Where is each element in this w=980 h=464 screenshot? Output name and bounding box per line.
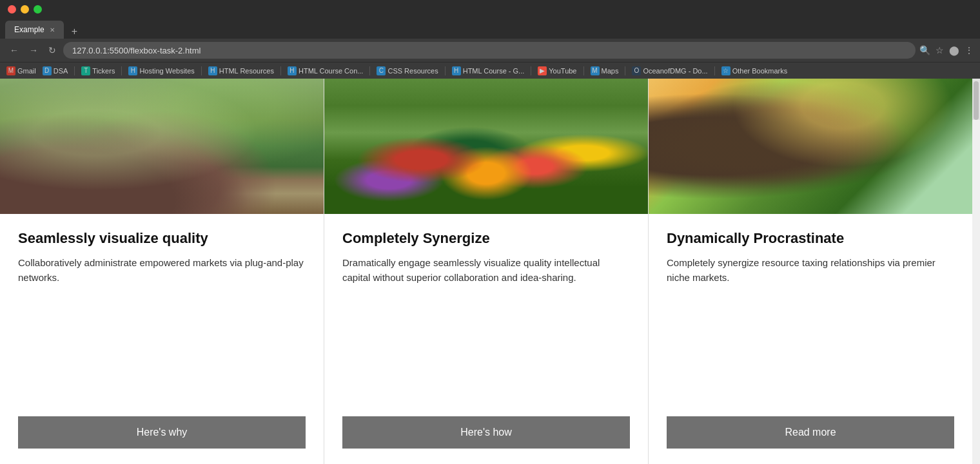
nav-bar: ← → ↻ 🔍 ☆ ⬤ ⋮	[0, 39, 980, 62]
other-favicon: ☆	[721, 66, 730, 75]
bookmark-dsa[interactable]: D DSA	[43, 66, 68, 75]
card-2-image	[324, 79, 648, 214]
card-1: Seamlessly visualize quality Collaborati…	[0, 79, 324, 464]
new-tab-button[interactable]: +	[68, 24, 81, 39]
star-icon[interactable]: ☆	[936, 45, 944, 55]
bookmark-youtube[interactable]: ▶ YouTube	[538, 66, 576, 75]
card-2-title: Completely Synergize	[342, 229, 630, 247]
card-1-image	[0, 79, 324, 214]
back-button[interactable]: ←	[6, 44, 22, 57]
profile-icon[interactable]: ⬤	[949, 45, 959, 55]
bookmark-other-label: Other Bookmarks	[732, 67, 788, 75]
bm-separator-5	[369, 66, 370, 75]
bm-separator-3	[201, 66, 202, 75]
bm-separator-6	[445, 66, 446, 75]
bookmark-html-course-label: HTML Course Con...	[299, 67, 363, 75]
browser-chrome: Example ✕ + ← → ↻ 🔍 ☆ ⬤ ⋮ M Gmail D DSA …	[0, 18, 980, 79]
menu-icon[interactable]: ⋮	[965, 45, 974, 55]
scrollbar-track[interactable]	[972, 79, 980, 120]
browser-content: Seamlessly visualize quality Collaborati…	[0, 79, 980, 464]
hosting-favicon: H	[128, 66, 137, 75]
ocean-favicon: O	[632, 66, 641, 75]
card-2-button[interactable]: Here's how	[342, 416, 630, 449]
bm-separator-2	[121, 66, 122, 75]
card-3-title: Dynamically Procrastinate	[667, 229, 954, 247]
address-bar[interactable]	[63, 42, 916, 59]
bookmarks-bar: M Gmail D DSA T Tickers H Hosting Websit…	[0, 62, 980, 79]
bookmark-hosting-label: Hosting Websites	[139, 67, 194, 75]
nav-icons: 🔍 ☆ ⬤ ⋮	[919, 45, 974, 55]
card-1-button[interactable]: Here's why	[18, 416, 306, 449]
search-icon[interactable]: 🔍	[919, 45, 930, 55]
cards-container: Seamlessly visualize quality Collaborati…	[0, 79, 972, 464]
close-button[interactable]	[8, 5, 16, 14]
refresh-button[interactable]: ↻	[45, 44, 59, 57]
bookmark-gmail[interactable]: M Gmail	[6, 66, 36, 75]
bm-separator-7	[531, 66, 531, 75]
bookmark-tickers[interactable]: T Tickers	[81, 66, 115, 75]
tab-bar: Example ✕ +	[0, 18, 980, 39]
bookmark-html-course-g-label: HTML Course - G...	[463, 67, 525, 75]
card-2: Completely Synergize Dramatically engage…	[324, 79, 649, 464]
bookmark-ocean-label: OceanofDMG - Do...	[643, 67, 707, 75]
bookmark-css-resources[interactable]: C CSS Resources	[377, 66, 438, 75]
bookmark-maps-label: Maps	[602, 67, 619, 75]
html-res-favicon: H	[208, 66, 217, 75]
tab-active[interactable]: Example ✕	[5, 21, 64, 39]
bm-separator-10	[714, 66, 715, 75]
card-3-text: Completely synergize resource taxing rel…	[667, 255, 954, 409]
bookmark-html-resources-label: HTML Resources	[219, 67, 274, 75]
page-content: Seamlessly visualize quality Collaborati…	[0, 79, 972, 464]
html-course-g-favicon: H	[452, 66, 461, 75]
maximize-button[interactable]	[34, 5, 42, 14]
css-res-favicon: C	[377, 66, 386, 75]
card-3-image	[649, 79, 972, 214]
card-1-text: Collaboratively administrate empowered m…	[18, 255, 306, 409]
bm-separator-1	[74, 66, 75, 75]
scrollbar-thumb[interactable]	[974, 81, 979, 120]
os-window-chrome	[0, 0, 980, 18]
bm-separator-8	[583, 66, 584, 75]
bookmark-html-course[interactable]: H HTML Course Con...	[288, 66, 363, 75]
card-3: Dynamically Procrastinate Completely syn…	[649, 79, 972, 464]
card-1-body: Seamlessly visualize quality Collaborati…	[0, 214, 324, 464]
bookmark-maps[interactable]: M Maps	[591, 66, 619, 75]
html-course-favicon: H	[288, 66, 297, 75]
tab-title: Example	[14, 25, 44, 34]
card-3-body: Dynamically Procrastinate Completely syn…	[649, 214, 972, 464]
bm-separator-9	[625, 66, 625, 75]
bookmark-dsa-label: DSA	[54, 67, 68, 75]
bookmark-html-course-g[interactable]: H HTML Course - G...	[452, 66, 525, 75]
gmail-favicon: M	[6, 66, 15, 75]
dsa-favicon: D	[43, 66, 52, 75]
bookmark-html-resources[interactable]: H HTML Resources	[208, 66, 274, 75]
minimize-button[interactable]	[21, 5, 29, 14]
bookmark-css-resources-label: CSS Resources	[387, 67, 438, 75]
bookmark-other[interactable]: ☆ Other Bookmarks	[721, 66, 788, 75]
bookmark-tickers-label: Tickers	[92, 67, 115, 75]
forward-button[interactable]: →	[26, 44, 41, 57]
maps-favicon: M	[591, 66, 600, 75]
tab-close-icon[interactable]: ✕	[50, 26, 55, 34]
card-2-body: Completely Synergize Dramatically engage…	[324, 214, 648, 464]
card-2-text: Dramatically engage seamlessly visualize…	[342, 255, 630, 409]
bm-separator-4	[280, 66, 281, 75]
bookmark-gmail-label: Gmail	[17, 67, 36, 75]
tickers-favicon: T	[81, 66, 90, 75]
bookmark-youtube-label: YouTube	[549, 67, 576, 75]
yt-favicon: ▶	[538, 66, 547, 75]
bookmark-ocean[interactable]: O OceanofDMG - Do...	[632, 66, 707, 75]
card-1-title: Seamlessly visualize quality	[18, 229, 306, 247]
bookmark-hosting[interactable]: H Hosting Websites	[128, 66, 194, 75]
card-3-button[interactable]: Read more	[667, 416, 954, 449]
